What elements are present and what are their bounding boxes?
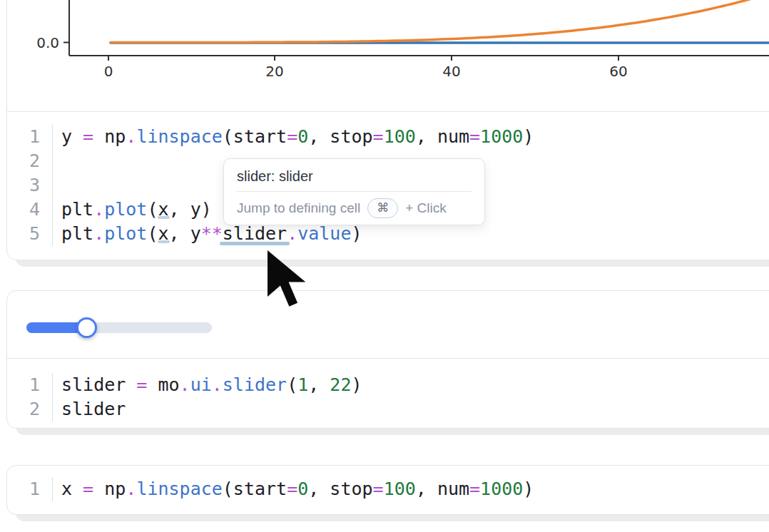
variable-tooltip: slider: slider Jump to defining cell ⌘ +… bbox=[223, 158, 485, 225]
code-line[interactable]: 5plt.plot(x, y**slider.value) bbox=[7, 222, 769, 246]
token: ui bbox=[190, 374, 212, 395]
token: x bbox=[158, 199, 169, 220]
token: 22 bbox=[330, 374, 351, 395]
line-number: 3 bbox=[7, 173, 53, 198]
slider-output bbox=[7, 291, 769, 359]
code-editor-3[interactable]: 1x = np.linspace(start=0, stop=100, num=… bbox=[7, 466, 769, 501]
token: = bbox=[469, 479, 480, 499]
x-tick-label: 0 bbox=[104, 63, 113, 80]
token: = bbox=[287, 126, 297, 147]
token: = bbox=[136, 374, 147, 395]
line-number: 2 bbox=[7, 149, 53, 173]
matplotlib-plot: 0.00204060 bbox=[7, 0, 769, 111]
token: ( bbox=[287, 374, 297, 395]
line-number: 4 bbox=[7, 198, 53, 222]
cmd-key-pill: ⌘ bbox=[367, 198, 398, 218]
y-tick-label: 0.0 bbox=[36, 34, 59, 51]
token: np bbox=[93, 126, 126, 147]
jump-hint-label: Jump to defining cell bbox=[237, 200, 360, 216]
token: slider bbox=[223, 223, 287, 244]
token: 1000 bbox=[480, 479, 523, 499]
token: slider bbox=[61, 374, 136, 395]
token: 100 bbox=[384, 126, 416, 147]
token: = bbox=[469, 126, 480, 147]
token: ) bbox=[351, 223, 362, 244]
token: = bbox=[373, 126, 384, 147]
token: plt bbox=[61, 223, 93, 244]
token: , stop bbox=[308, 479, 372, 499]
token: . bbox=[93, 199, 104, 220]
token: , y) bbox=[169, 199, 212, 220]
line-number: 2 bbox=[7, 397, 53, 421]
tooltip-hint-row: Jump to defining cell ⌘ + Click bbox=[224, 192, 484, 225]
code-text: y = np.linspace(start=0, stop=100, num=1… bbox=[53, 125, 534, 149]
x-tick-label: 60 bbox=[609, 63, 627, 80]
token: x bbox=[158, 223, 169, 244]
token: 100 bbox=[384, 479, 416, 499]
code-text bbox=[53, 149, 61, 173]
code-text: plt.plot(x, y**slider.value) bbox=[53, 222, 362, 246]
code-line[interactable]: 2slider bbox=[7, 397, 769, 421]
code-line[interactable]: 1x = np.linspace(start=0, stop=100, num=… bbox=[7, 477, 769, 501]
cmd-icon: ⌘ bbox=[377, 200, 389, 215]
token: slider bbox=[61, 399, 126, 419]
token: ) bbox=[351, 374, 362, 395]
token: = bbox=[373, 479, 384, 499]
mouse-cursor-icon bbox=[267, 250, 308, 311]
token: = bbox=[83, 126, 93, 147]
token: 0 bbox=[297, 126, 308, 147]
token: ** bbox=[201, 223, 223, 244]
line-number: 1 bbox=[7, 373, 53, 397]
token: , y bbox=[169, 223, 201, 244]
token: (start bbox=[223, 126, 287, 147]
token: plt bbox=[61, 199, 93, 220]
token: plot bbox=[104, 223, 147, 244]
token: . bbox=[212, 374, 223, 395]
slider-handle[interactable] bbox=[76, 317, 97, 338]
token: . bbox=[180, 374, 190, 395]
token: = bbox=[287, 479, 297, 499]
token: mo bbox=[147, 374, 179, 395]
series-y-power bbox=[111, 0, 767, 43]
token: . bbox=[126, 126, 136, 147]
code-text: plt.plot(x, y) bbox=[53, 198, 212, 222]
token: slider bbox=[223, 374, 287, 395]
token: (start bbox=[223, 479, 287, 499]
token: x bbox=[61, 479, 83, 499]
token: , num bbox=[416, 479, 469, 499]
token: ( bbox=[147, 223, 158, 244]
code-editor-2[interactable]: 1slider = mo.ui.slider(1, 22)2slider bbox=[7, 359, 769, 421]
code-text: x = np.linspace(start=0, stop=100, num=1… bbox=[53, 477, 534, 501]
code-text: slider bbox=[53, 397, 126, 421]
plot-output: 0.00204060 bbox=[7, 0, 769, 112]
token: value bbox=[297, 223, 351, 244]
token: . bbox=[126, 479, 136, 499]
click-suffix: + Click bbox=[405, 200, 447, 216]
slider-track[interactable] bbox=[26, 322, 212, 333]
code-text bbox=[53, 173, 61, 198]
token: . bbox=[287, 223, 297, 244]
token: . bbox=[93, 223, 104, 244]
line-number: 1 bbox=[7, 125, 53, 149]
code-line[interactable]: 1slider = mo.ui.slider(1, 22) bbox=[7, 373, 769, 397]
token: 1000 bbox=[480, 126, 523, 147]
cell-x-definition: 1x = np.linspace(start=0, stop=100, num=… bbox=[6, 465, 769, 515]
token: = bbox=[83, 479, 93, 499]
x-tick-label: 20 bbox=[265, 63, 283, 80]
token: y bbox=[61, 126, 83, 147]
code-line[interactable]: 1y = np.linspace(start=0, stop=100, num=… bbox=[7, 125, 769, 149]
marimo-notebook: 0.00204060 1y = np.linspace(start=0, sto… bbox=[0, 0, 769, 532]
x-tick-label: 40 bbox=[442, 63, 460, 80]
line-number: 5 bbox=[7, 222, 53, 246]
code-text: slider = mo.ui.slider(1, 22) bbox=[53, 373, 362, 397]
token: , stop bbox=[308, 126, 372, 147]
token: , bbox=[308, 374, 330, 395]
token: linspace bbox=[136, 126, 222, 147]
token: ( bbox=[147, 199, 158, 220]
line-number: 1 bbox=[7, 477, 53, 501]
token: 0 bbox=[297, 479, 308, 499]
token: ) bbox=[523, 126, 534, 147]
cell-slider: 1slider = mo.ui.slider(1, 22)2slider bbox=[6, 290, 769, 429]
token: 1 bbox=[297, 374, 308, 395]
token: np bbox=[93, 479, 126, 499]
